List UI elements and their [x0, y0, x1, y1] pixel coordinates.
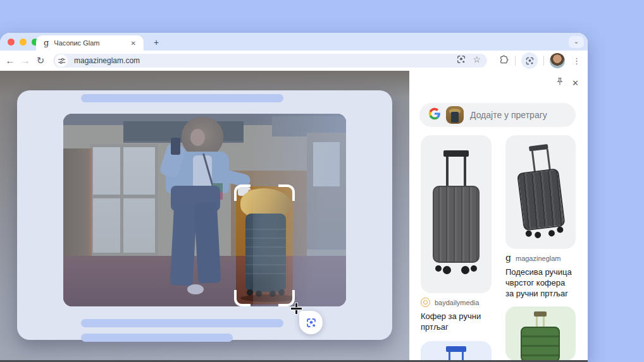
selection-handle-top-right[interactable] [278, 184, 295, 201]
close-window-button[interactable] [8, 39, 15, 45]
address-bar[interactable]: magazineglam.com ☆ [53, 54, 487, 68]
window-controls [8, 39, 39, 45]
woman-pants-right-leg [194, 202, 221, 284]
hero-photo[interactable] [63, 114, 346, 306]
tab-strip: g Часопис Glam ✕ + ⌄ [0, 33, 588, 51]
browser-toolbar: ← → ↻ magazineglam.com ☆ [0, 51, 588, 71]
result-source: baydailymedia [435, 299, 479, 306]
woman-shoe [187, 284, 204, 294]
forward-button[interactable]: → [18, 51, 33, 71]
result-source-row[interactable]: g magazineglam [505, 253, 576, 263]
pin-panel-icon[interactable] [555, 77, 564, 88]
google-g-logo-icon [428, 107, 441, 123]
photo-window-mullion [120, 144, 123, 256]
lens-search-bar[interactable]: Додајте у претрагу [419, 103, 576, 127]
skeleton-line [81, 94, 283, 102]
extensions-icon[interactable] [498, 54, 509, 68]
tab-favicon-g-icon: g [44, 38, 49, 47]
photo-window-left [90, 144, 158, 256]
reload-button[interactable]: ↻ [33, 51, 48, 71]
woman-face [190, 129, 205, 146]
profile-avatar[interactable] [550, 53, 565, 68]
result-thumbnail-tilted-suitcase[interactable] [505, 135, 576, 249]
selection-handle-top-left[interactable] [234, 184, 251, 201]
lens-search-icon[interactable] [456, 54, 466, 67]
article-card [17, 90, 392, 340]
result-thumbnail-blue-suitcase[interactable] [421, 341, 492, 362]
back-button[interactable]: ← [3, 51, 18, 71]
woman-pants-left-leg [170, 202, 197, 286]
result-title[interactable]: Подесива ручица чврстог кофера за ручни … [505, 267, 576, 299]
result-source-row[interactable]: baydailymedia [421, 298, 492, 307]
result-source: magazineglam [516, 255, 561, 262]
new-tab-button[interactable]: + [151, 37, 162, 48]
toolbar-divider [543, 56, 544, 66]
skeleton-line [81, 334, 233, 342]
toolbar-divider [515, 56, 516, 66]
lens-select-button[interactable] [299, 311, 323, 334]
lens-results-panel: ✕ Додајте у претрагу [409, 71, 588, 360]
result-thumbnail-green-suitcase[interactable] [505, 306, 576, 361]
selection-handle-bottom-left[interactable] [234, 290, 251, 306]
browser-menu-icon[interactable]: ⋮ [571, 56, 583, 66]
site-info-icon[interactable] [55, 54, 68, 67]
toolbar-right: ⋮ [498, 51, 588, 71]
bookmark-star-icon[interactable]: ☆ [473, 54, 481, 67]
minimize-window-button[interactable] [20, 39, 27, 45]
crosshair-cursor [291, 303, 302, 314]
webpage-dimmed-area [0, 71, 409, 360]
magazineglam-favicon-icon: g [505, 253, 511, 263]
search-placeholder: Додајте у претрагу [470, 110, 547, 120]
selected-region-thumbnail [446, 106, 464, 124]
result-thumbnail-gray-suitcase[interactable] [421, 135, 492, 293]
result-title[interactable]: Кофер за ручни пртљаг [421, 311, 492, 332]
close-panel-icon[interactable]: ✕ [572, 78, 579, 88]
tab-search-chevron-button[interactable]: ⌄ [569, 36, 584, 48]
lens-selection-region[interactable] [236, 186, 293, 305]
skeleton-line [81, 319, 283, 327]
woman-phone [171, 138, 180, 155]
lens-session-icon[interactable] [521, 52, 538, 69]
browser-window: g Часопис Glam ✕ + ⌄ ← → ↻ magazineglam.… [0, 33, 588, 362]
tab-close-icon[interactable]: ✕ [128, 39, 139, 48]
baydailymedia-favicon-icon [421, 298, 430, 307]
tab-magazine-glam[interactable]: g Часопис Glam ✕ [36, 35, 144, 51]
tab-title: Часопис Glam [54, 39, 128, 47]
photo-window-sill [90, 195, 158, 198]
url-text[interactable]: magazineglam.com [74, 56, 456, 65]
